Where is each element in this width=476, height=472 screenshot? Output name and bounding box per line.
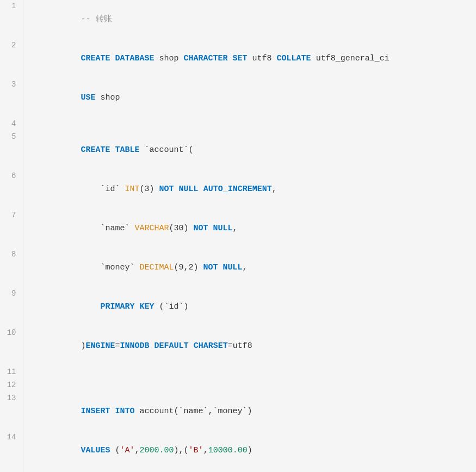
table-row: 9 PRIMARY KEY (`id`) — [0, 287, 476, 327]
table-row: 6 `id` INT(3) NOT NULL AUTO_INCREMENT, — [0, 170, 476, 209]
keyword: VALUES — [81, 446, 110, 455]
keyword: INNODB — [120, 341, 150, 351]
table-row: 14 VALUES ('A',2000.00),('B',10000.00) — [0, 431, 476, 470]
table-row: 13 INSERT INTO account(`name`,`money`) — [0, 392, 476, 431]
code-content[interactable]: PRIMARY KEY (`id`) — [23, 287, 476, 327]
keyword: CHARSET — [194, 341, 228, 351]
keyword: NOT NULL — [203, 263, 243, 272]
line-number: 12 — [0, 379, 23, 392]
table-row: 4 — [0, 118, 476, 131]
datatype: VARCHAR — [135, 224, 169, 233]
keyword: ENGINE — [86, 341, 115, 351]
line-number: 9 — [0, 287, 23, 327]
keyword: DEFAULT — [154, 341, 189, 351]
code-content[interactable]: -- 转账 — [23, 0, 476, 39]
line-number: 6 — [0, 170, 23, 209]
code-content[interactable]: USE shop — [23, 78, 476, 118]
keyword: CREATE DATABASE — [81, 54, 154, 63]
line-number: 13 — [0, 392, 23, 431]
line-number: 11 — [0, 366, 23, 379]
keyword: NOT NULL — [159, 185, 199, 194]
table-row: 3 USE shop — [0, 78, 476, 118]
line-number: 1 — [0, 0, 23, 39]
string-value: 'A' — [120, 446, 135, 455]
code-content[interactable]: `money` DECIMAL(9,2) NOT NULL, — [23, 248, 476, 287]
table-row: 12 — [0, 379, 476, 392]
code-content[interactable]: CREATE TABLE `account`( — [23, 131, 476, 170]
keyword: USE — [81, 93, 96, 102]
keyword: INSERT INTO — [81, 407, 135, 416]
table-row: 2 CREATE DATABASE shop CHARACTER SET utf… — [0, 39, 476, 78]
code-content[interactable]: VALUES ('A',2000.00),('B',10000.00) — [23, 431, 476, 470]
line-number: 7 — [0, 209, 23, 248]
line-number: 3 — [0, 78, 23, 118]
code-editor: 1 -- 转账 2 CREATE DATABASE shop CHARACTER… — [0, 0, 476, 472]
code-content[interactable]: `name` VARCHAR(30) NOT NULL, — [23, 209, 476, 248]
keyword: NOT NULL — [194, 224, 233, 233]
keyword: CREATE TABLE — [81, 145, 140, 155]
code-content[interactable]: CREATE DATABASE shop CHARACTER SET utf8 … — [23, 39, 476, 78]
number-value: 10000.00 — [208, 446, 248, 455]
number-value: 2000.00 — [140, 446, 174, 455]
code-content[interactable] — [23, 366, 476, 379]
code-content[interactable]: )ENGINE=INNODB DEFAULT CHARSET=utf8 — [23, 327, 476, 366]
datatype: INT — [125, 185, 140, 194]
keyword: PRIMARY KEY — [101, 302, 154, 311]
code-content[interactable] — [23, 379, 476, 392]
table-row: 8 `money` DECIMAL(9,2) NOT NULL, — [0, 248, 476, 287]
table-row: 1 -- 转账 — [0, 0, 476, 39]
string-value: 'B' — [189, 446, 203, 455]
keyword: CHARACTER SET — [184, 54, 248, 63]
code-content[interactable]: INSERT INTO account(`name`,`money`) — [23, 392, 476, 431]
line-number: 14 — [0, 431, 23, 470]
keyword: AUTO_INCREMENT — [203, 185, 272, 194]
line-number: 10 — [0, 327, 23, 366]
code-content[interactable]: `id` INT(3) NOT NULL AUTO_INCREMENT, — [23, 170, 476, 209]
table-row: 7 `name` VARCHAR(30) NOT NULL, — [0, 209, 476, 248]
line-number: 4 — [0, 118, 23, 131]
line-number: 2 — [0, 39, 23, 78]
datatype: DECIMAL — [140, 263, 174, 272]
line-number: 5 — [0, 131, 23, 170]
line-number: 8 — [0, 248, 23, 287]
table-row: 10 )ENGINE=INNODB DEFAULT CHARSET=utf8 — [0, 327, 476, 366]
table-row: 5 CREATE TABLE `account`( — [0, 131, 476, 170]
code-content[interactable] — [23, 118, 476, 131]
keyword: COLLATE — [277, 54, 311, 63]
table-row: 11 — [0, 366, 476, 379]
comment: -- 转账 — [81, 15, 112, 24]
